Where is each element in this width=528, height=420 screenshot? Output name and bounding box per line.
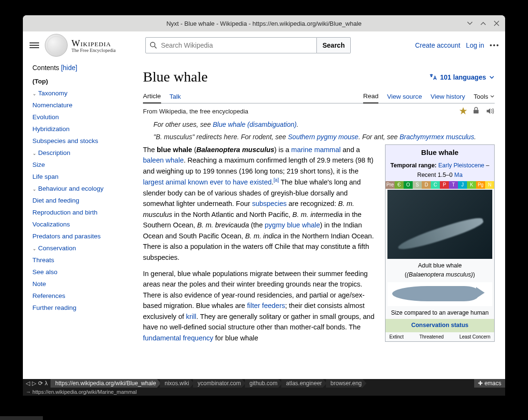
star-icon[interactable] — [458, 106, 468, 116]
conservation-status-header[interactable]: Conservation status — [386, 319, 494, 332]
body-text: Blue whale Temporal range: Early Pleisto… — [143, 144, 495, 343]
tab-talk[interactable]: Talk — [170, 90, 181, 103]
tools-dropdown[interactable]: Tools — [474, 93, 495, 100]
toc-link[interactable]: Subspecies and stocks — [32, 137, 98, 144]
toc-link[interactable]: Further reading — [32, 304, 76, 311]
nav-forward-icon[interactable]: ▷ — [32, 380, 36, 387]
close-button[interactable] — [493, 20, 500, 27]
hatnote: For other uses, see Blue whale (disambig… — [153, 121, 495, 128]
nyxt-status-bar: ◁ ▷ ⟳ λ https://en.wikipedia.org/wiki/Bl… — [23, 379, 505, 388]
search-input[interactable] — [161, 41, 313, 49]
search-box[interactable] — [145, 37, 317, 53]
search-button[interactable]: Search — [317, 37, 351, 53]
page-content: Wikipedia The Free Encyclopedia Search C… — [23, 31, 505, 396]
toc-link[interactable]: Nomenclature — [32, 102, 72, 109]
hover-status: → https://en.wikipedia.org/wiki/Marine_m… — [23, 388, 505, 396]
infobox-photo[interactable] — [387, 190, 492, 259]
hide-toc-link[interactable]: [hide] — [61, 64, 77, 72]
toc-link[interactable]: Conservation — [38, 245, 76, 252]
logo[interactable]: Wikipedia The Free Encyclopedia — [45, 34, 116, 57]
search-icon — [150, 41, 157, 49]
table-of-contents: Contents [hide] (Top)⌄TaxonomyNomenclatu… — [23, 59, 132, 379]
toc-link[interactable]: Vocalizations — [32, 221, 70, 228]
infobox-size-diagram[interactable] — [387, 282, 492, 306]
maximize-button[interactable] — [479, 20, 487, 27]
tab-view-source[interactable]: View source — [387, 90, 422, 103]
contents-label: Contents — [32, 64, 59, 72]
toc-link[interactable]: Description — [38, 149, 71, 156]
login-link[interactable]: Log in — [466, 41, 484, 49]
toc-link[interactable]: Behaviour and ecology — [38, 185, 103, 192]
toc-toggle-icon[interactable]: ⌄ — [32, 91, 37, 96]
reload-icon[interactable]: ⟳ — [38, 380, 43, 387]
logo-tagline: The Free Encyclopedia — [71, 48, 116, 53]
more-menu-icon[interactable] — [490, 44, 498, 46]
toc-toggle-icon[interactable]: ⌄ — [32, 246, 37, 251]
toc-link[interactable]: Taxonomy — [38, 90, 68, 97]
tab-read[interactable]: Read — [363, 90, 378, 103]
taskbar-fragment — [0, 416, 43, 420]
article: Blue whale 101 languages ArticleTalk Rea… — [132, 59, 505, 379]
browser-tab[interactable]: atlas.engineer — [281, 379, 326, 388]
translate-icon — [429, 73, 437, 82]
infobox: Blue whale Temporal range: Early Pleisto… — [385, 144, 495, 342]
languages-button[interactable]: 101 languages — [429, 73, 495, 82]
nav-back-icon[interactable]: ◁ — [26, 380, 30, 387]
toc-link[interactable]: See also — [32, 268, 58, 276]
lock-icon[interactable] — [472, 106, 481, 116]
infobox-title: Blue whale — [386, 145, 494, 160]
svg-line-1 — [154, 46, 156, 48]
toc-link[interactable]: Predators and parasites — [32, 233, 101, 240]
emacs-indicator[interactable]: ✚ emacs — [474, 379, 505, 388]
hatnote: "B. musculus" redirects here. For rodent… — [153, 133, 495, 141]
plus-icon: ✚ — [478, 380, 483, 387]
from-line: From Wikipedia, the free encyclopedia — [143, 108, 248, 115]
chevron-down-icon — [489, 74, 495, 80]
toc-toggle-icon[interactable]: ⌄ — [32, 151, 37, 156]
svg-rect-2 — [474, 110, 479, 114]
audio-icon[interactable] — [485, 106, 495, 116]
browser-window: Nyxt - Blue whale - Wikipedia - https://… — [23, 15, 505, 396]
toc-link[interactable]: Life span — [32, 173, 59, 180]
toc-link[interactable]: Diet and feeding — [32, 197, 79, 204]
lambda-icon[interactable]: λ — [45, 380, 48, 387]
minimize-button[interactable] — [466, 20, 474, 27]
tab-article[interactable]: Article — [143, 90, 161, 103]
toc-link[interactable]: Threats — [32, 256, 54, 264]
globe-icon — [45, 34, 68, 57]
toc-top[interactable]: (Top) — [32, 78, 48, 85]
hamburger-menu-icon[interactable] — [30, 41, 39, 50]
window-title: Nyxt - Blue whale - Wikipedia - https://… — [166, 20, 362, 27]
toc-link[interactable]: Evolution — [32, 113, 59, 121]
browser-tab[interactable]: ycombinator.com — [193, 379, 246, 388]
wiki-header: Wikipedia The Free Encyclopedia Search C… — [23, 31, 505, 59]
svg-point-0 — [150, 42, 155, 47]
create-account-link[interactable]: Create account — [415, 41, 460, 49]
browser-tab[interactable]: github.com — [245, 379, 283, 388]
toc-link[interactable]: Reproduction and birth — [32, 209, 98, 216]
browser-tab[interactable]: browser.eng — [326, 379, 366, 388]
url-bar[interactable]: https://en.wikipedia.org/wiki/Blue_whale — [51, 379, 161, 388]
browser-tab[interactable]: nixos.wiki — [160, 379, 193, 388]
tab-view-history[interactable]: View history — [431, 90, 466, 103]
logo-text: Wikipedia — [71, 38, 116, 49]
toc-link[interactable]: References — [32, 292, 65, 299]
page-title: Blue whale — [143, 69, 208, 85]
toc-toggle-icon[interactable]: ⌄ — [32, 186, 37, 192]
titlebar: Nyxt - Blue whale - Wikipedia - https://… — [23, 15, 505, 31]
toc-link[interactable]: Size — [32, 161, 45, 168]
toc-link[interactable]: Note — [32, 280, 46, 287]
toc-link[interactable]: Hybridization — [32, 125, 70, 133]
geologic-timescale[interactable]: PreЄOSDCPTJKPgN — [386, 181, 494, 189]
